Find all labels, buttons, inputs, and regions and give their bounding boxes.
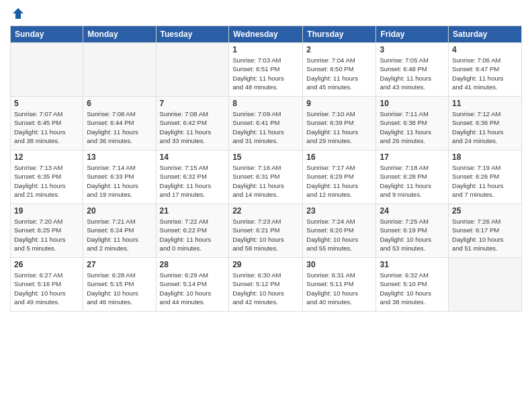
- day-info: Sunrise: 6:30 AM Sunset: 5:12 PM Dayligh…: [232, 271, 299, 306]
- calendar-cell: [156, 43, 229, 97]
- calendar-header-saturday: Saturday: [449, 26, 522, 43]
- day-info: Sunrise: 7:22 AM Sunset: 6:22 PM Dayligh…: [160, 217, 226, 253]
- calendar-cell: 7Sunrise: 7:08 AM Sunset: 6:42 PM Daylig…: [156, 97, 229, 150]
- calendar-cell: 27Sunrise: 6:28 AM Sunset: 5:15 PM Dayli…: [83, 258, 156, 312]
- calendar-cell: 3Sunrise: 7:05 AM Sunset: 6:48 PM Daylig…: [376, 43, 449, 97]
- day-info: Sunrise: 7:25 AM Sunset: 6:19 PM Dayligh…: [380, 217, 445, 253]
- day-number: 26: [14, 260, 79, 269]
- page: SundayMondayTuesdayWednesdayThursdayFrid…: [0, 0, 532, 411]
- day-info: Sunrise: 7:24 AM Sunset: 6:20 PM Dayligh…: [306, 217, 372, 253]
- day-info: Sunrise: 7:16 AM Sunset: 6:31 PM Dayligh…: [232, 163, 299, 199]
- calendar-cell: 8Sunrise: 7:09 AM Sunset: 6:41 PM Daylig…: [229, 97, 303, 150]
- day-info: Sunrise: 7:10 AM Sunset: 6:39 PM Dayligh…: [306, 109, 372, 145]
- day-info: Sunrise: 7:21 AM Sunset: 6:24 PM Dayligh…: [87, 217, 152, 253]
- day-number: 28: [160, 260, 226, 269]
- calendar-cell: [11, 43, 83, 97]
- calendar-cell: 24Sunrise: 7:25 AM Sunset: 6:19 PM Dayli…: [376, 204, 449, 258]
- day-number: 27: [87, 260, 152, 269]
- day-info: Sunrise: 7:08 AM Sunset: 6:44 PM Dayligh…: [87, 109, 152, 145]
- day-info: Sunrise: 7:26 AM Sunset: 6:17 PM Dayligh…: [452, 217, 518, 253]
- day-number: 3: [380, 45, 445, 54]
- calendar-header-thursday: Thursday: [303, 26, 376, 43]
- calendar-week-2: 5Sunrise: 7:07 AM Sunset: 6:45 PM Daylig…: [11, 97, 522, 150]
- day-number: 12: [14, 152, 79, 162]
- calendar-cell: 10Sunrise: 7:11 AM Sunset: 6:38 PM Dayli…: [376, 97, 449, 150]
- calendar-header-sunday: Sunday: [11, 26, 83, 43]
- day-info: Sunrise: 6:27 AM Sunset: 5:16 PM Dayligh…: [14, 271, 79, 306]
- calendar-cell: 16Sunrise: 7:17 AM Sunset: 6:29 PM Dayli…: [303, 150, 376, 204]
- calendar-header-row: SundayMondayTuesdayWednesdayThursdayFrid…: [11, 26, 522, 43]
- header: [10, 7, 522, 20]
- calendar-cell: 14Sunrise: 7:15 AM Sunset: 6:32 PM Dayli…: [156, 150, 229, 204]
- day-number: 2: [306, 45, 372, 54]
- calendar-cell: 30Sunrise: 6:31 AM Sunset: 5:11 PM Dayli…: [303, 258, 376, 312]
- calendar-cell: [83, 43, 156, 97]
- day-info: Sunrise: 7:11 AM Sunset: 6:38 PM Dayligh…: [380, 109, 445, 145]
- calendar-cell: 23Sunrise: 7:24 AM Sunset: 6:20 PM Dayli…: [303, 204, 376, 258]
- day-info: Sunrise: 7:13 AM Sunset: 6:35 PM Dayligh…: [14, 163, 79, 199]
- day-number: 29: [232, 260, 299, 269]
- calendar-cell: 19Sunrise: 7:20 AM Sunset: 6:25 PM Dayli…: [11, 204, 83, 258]
- day-info: Sunrise: 7:04 AM Sunset: 6:50 PM Dayligh…: [306, 56, 372, 91]
- calendar-week-5: 26Sunrise: 6:27 AM Sunset: 5:16 PM Dayli…: [11, 258, 522, 312]
- calendar-cell: 1Sunrise: 7:03 AM Sunset: 6:51 PM Daylig…: [229, 43, 303, 97]
- day-number: 23: [306, 206, 372, 216]
- day-number: 9: [306, 99, 372, 108]
- day-info: Sunrise: 6:29 AM Sunset: 5:14 PM Dayligh…: [160, 271, 226, 306]
- day-number: 1: [232, 45, 299, 54]
- day-number: 20: [87, 206, 152, 216]
- logo: [10, 7, 25, 20]
- calendar-week-3: 12Sunrise: 7:13 AM Sunset: 6:35 PM Dayli…: [11, 150, 522, 204]
- calendar-header-friday: Friday: [376, 26, 449, 43]
- day-number: 24: [380, 206, 445, 216]
- calendar-cell: 9Sunrise: 7:10 AM Sunset: 6:39 PM Daylig…: [303, 97, 376, 150]
- calendar-cell: 17Sunrise: 7:18 AM Sunset: 6:28 PM Dayli…: [376, 150, 449, 204]
- calendar-week-1: 1Sunrise: 7:03 AM Sunset: 6:51 PM Daylig…: [11, 43, 522, 97]
- day-info: Sunrise: 7:14 AM Sunset: 6:33 PM Dayligh…: [87, 163, 152, 199]
- day-info: Sunrise: 7:23 AM Sunset: 6:21 PM Dayligh…: [232, 217, 299, 253]
- day-number: 10: [380, 99, 445, 108]
- calendar-cell: 21Sunrise: 7:22 AM Sunset: 6:22 PM Dayli…: [156, 204, 229, 258]
- day-number: 30: [306, 260, 372, 269]
- day-info: Sunrise: 7:08 AM Sunset: 6:42 PM Dayligh…: [160, 109, 226, 145]
- calendar-cell: 29Sunrise: 6:30 AM Sunset: 5:12 PM Dayli…: [229, 258, 303, 312]
- day-info: Sunrise: 7:12 AM Sunset: 6:36 PM Dayligh…: [452, 109, 518, 145]
- day-number: 22: [232, 206, 299, 216]
- day-info: Sunrise: 7:15 AM Sunset: 6:32 PM Dayligh…: [160, 163, 226, 199]
- day-number: 7: [160, 99, 226, 108]
- day-number: 15: [232, 152, 299, 162]
- calendar-cell: 13Sunrise: 7:14 AM Sunset: 6:33 PM Dayli…: [83, 150, 156, 204]
- calendar-cell: 5Sunrise: 7:07 AM Sunset: 6:45 PM Daylig…: [11, 97, 83, 150]
- day-info: Sunrise: 6:31 AM Sunset: 5:11 PM Dayligh…: [306, 271, 372, 306]
- day-number: 11: [452, 99, 518, 108]
- calendar-cell: 31Sunrise: 6:32 AM Sunset: 5:10 PM Dayli…: [376, 258, 449, 312]
- day-info: Sunrise: 7:19 AM Sunset: 6:26 PM Dayligh…: [452, 163, 518, 199]
- logo-icon: [11, 7, 25, 20]
- calendar-cell: 2Sunrise: 7:04 AM Sunset: 6:50 PM Daylig…: [303, 43, 376, 97]
- day-number: 16: [306, 152, 372, 162]
- day-info: Sunrise: 7:17 AM Sunset: 6:29 PM Dayligh…: [306, 163, 372, 199]
- calendar-cell: 20Sunrise: 7:21 AM Sunset: 6:24 PM Dayli…: [83, 204, 156, 258]
- calendar-cell: 28Sunrise: 6:29 AM Sunset: 5:14 PM Dayli…: [156, 258, 229, 312]
- calendar-header-wednesday: Wednesday: [229, 26, 303, 43]
- calendar-cell: 26Sunrise: 6:27 AM Sunset: 5:16 PM Dayli…: [11, 258, 83, 312]
- calendar-week-4: 19Sunrise: 7:20 AM Sunset: 6:25 PM Dayli…: [11, 204, 522, 258]
- calendar-header-monday: Monday: [83, 26, 156, 43]
- day-number: 8: [232, 99, 299, 108]
- day-number: 13: [87, 152, 152, 162]
- day-info: Sunrise: 7:18 AM Sunset: 6:28 PM Dayligh…: [380, 163, 445, 199]
- day-info: Sunrise: 7:09 AM Sunset: 6:41 PM Dayligh…: [232, 109, 299, 145]
- day-number: 25: [452, 206, 518, 216]
- day-info: Sunrise: 7:03 AM Sunset: 6:51 PM Dayligh…: [232, 56, 299, 91]
- day-number: 5: [14, 99, 79, 108]
- day-info: Sunrise: 6:28 AM Sunset: 5:15 PM Dayligh…: [87, 271, 152, 306]
- day-number: 4: [452, 45, 518, 54]
- day-info: Sunrise: 7:05 AM Sunset: 6:48 PM Dayligh…: [380, 56, 445, 91]
- day-number: 31: [380, 260, 445, 269]
- day-number: 17: [380, 152, 445, 162]
- calendar-cell: 22Sunrise: 7:23 AM Sunset: 6:21 PM Dayli…: [229, 204, 303, 258]
- day-number: 21: [160, 206, 226, 216]
- day-number: 6: [87, 99, 152, 108]
- calendar-cell: 4Sunrise: 7:06 AM Sunset: 6:47 PM Daylig…: [449, 43, 522, 97]
- calendar-cell: 25Sunrise: 7:26 AM Sunset: 6:17 PM Dayli…: [449, 204, 522, 258]
